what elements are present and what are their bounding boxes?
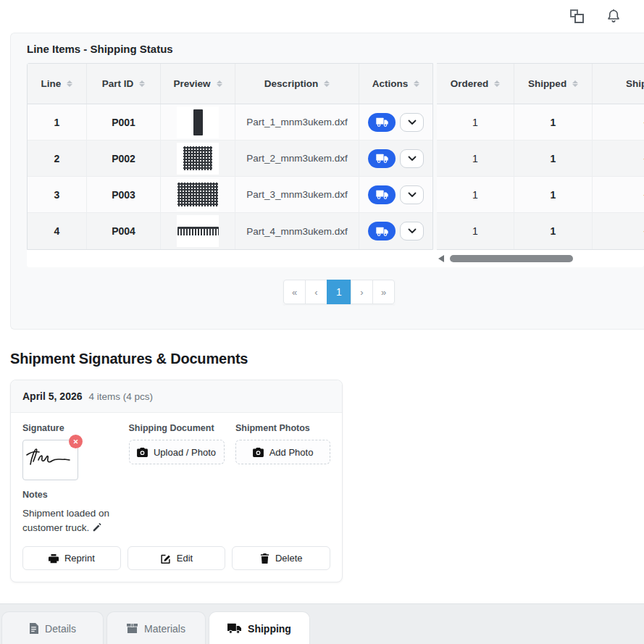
cell-part-id: P004 bbox=[87, 213, 161, 249]
cell-description: Part_2_mnm3ukem.dxf bbox=[235, 141, 359, 176]
cell-shipped: 1 bbox=[514, 104, 593, 140]
part-preview-shape bbox=[177, 227, 219, 235]
signature-image bbox=[23, 440, 78, 480]
part-preview-shape bbox=[193, 109, 203, 135]
signature-label: Signature bbox=[22, 423, 129, 433]
column-header-shipped-date[interactable]: Shipped bbox=[593, 64, 644, 104]
chevron-down-icon bbox=[408, 192, 417, 198]
sort-icon bbox=[414, 80, 419, 87]
sort-icon bbox=[67, 80, 72, 87]
ship-truck-button[interactable] bbox=[368, 222, 396, 241]
pencil-icon[interactable] bbox=[92, 522, 102, 532]
cell-line: 2 bbox=[28, 141, 87, 176]
cell-description: Part_4_mnm3ukem.dxf bbox=[235, 213, 359, 249]
cell-ordered: 1 bbox=[437, 104, 514, 140]
column-header-actions[interactable]: Actions bbox=[359, 64, 432, 104]
cell-actions bbox=[359, 177, 432, 212]
chevron-down-icon bbox=[408, 228, 417, 234]
cell-shipped-date: - bbox=[593, 141, 644, 176]
top-bar bbox=[0, 0, 644, 33]
signatures-heading: Shipment Signatures & Documents bbox=[10, 351, 644, 367]
part-preview-thumbnail[interactable] bbox=[177, 106, 219, 138]
table-row-scroll: 1 1 - bbox=[437, 213, 644, 249]
table-header-row: Line Part ID Preview Description Actions bbox=[28, 64, 432, 104]
edit-square-icon bbox=[160, 553, 171, 564]
trash-icon bbox=[260, 553, 269, 564]
table-header-row-scroll: Ordered Shipped Shipped bbox=[437, 64, 644, 104]
add-photo-button[interactable]: Add Photo bbox=[235, 440, 330, 464]
cell-shipped: 1 bbox=[514, 213, 593, 249]
shipment-photos-label: Shipment Photos bbox=[235, 423, 330, 433]
line-items-title: Line Items - Shipping Status bbox=[11, 33, 644, 63]
column-header-preview[interactable]: Preview bbox=[161, 64, 235, 104]
pagination-last-button[interactable]: » bbox=[372, 280, 395, 304]
column-header-ordered[interactable]: Ordered bbox=[437, 64, 514, 104]
cell-part-id: P001 bbox=[87, 104, 161, 140]
cell-shipped: 1 bbox=[514, 177, 593, 212]
scrollbar-thumb[interactable] bbox=[450, 255, 573, 262]
cell-description: Part_3_mnm3ukem.dxf bbox=[235, 177, 359, 212]
pagination-page-1-button[interactable]: 1 bbox=[327, 280, 351, 304]
notes-label: Notes bbox=[22, 490, 330, 500]
pagination-prev-button[interactable]: ‹ bbox=[305, 280, 327, 304]
table-row-scroll: 1 1 - bbox=[437, 104, 644, 141]
part-preview-thumbnail[interactable] bbox=[177, 179, 219, 211]
document-icon bbox=[29, 623, 38, 634]
column-header-part-id[interactable]: Part ID bbox=[87, 64, 161, 104]
row-dropdown-button[interactable] bbox=[400, 113, 424, 132]
printer-icon bbox=[49, 553, 59, 564]
tab-shipping[interactable]: Shipping bbox=[209, 611, 310, 644]
cell-shipped-date: - bbox=[593, 104, 644, 140]
shipment-summary: 4 items (4 pcs) bbox=[89, 391, 154, 402]
table-row-scroll: 1 1 - bbox=[437, 141, 644, 177]
camera-icon bbox=[253, 448, 264, 457]
box-icon bbox=[127, 623, 138, 633]
column-header-line[interactable]: Line bbox=[28, 64, 87, 104]
cell-actions bbox=[359, 104, 432, 140]
pagination-next-button[interactable]: › bbox=[351, 280, 373, 304]
cell-shipped-date: - bbox=[593, 177, 644, 212]
cell-description: Part_1_mnm3ukem.dxf bbox=[235, 104, 359, 140]
upload-photo-button[interactable]: Upload / Photo bbox=[129, 440, 225, 464]
signature-thumbnail[interactable]: ✕ bbox=[22, 440, 78, 480]
line-items-table: Line Part ID Preview Description Actions… bbox=[27, 63, 644, 250]
row-dropdown-button[interactable] bbox=[400, 185, 424, 204]
cell-line: 3 bbox=[28, 177, 87, 212]
column-header-shipped[interactable]: Shipped bbox=[514, 64, 593, 104]
ship-truck-button[interactable] bbox=[368, 185, 396, 204]
sort-icon bbox=[324, 80, 330, 87]
tab-materials[interactable]: Materials bbox=[106, 611, 206, 644]
shipment-date: April 5, 2026 bbox=[22, 390, 83, 402]
chevron-down-icon bbox=[408, 120, 417, 125]
tab-details[interactable]: Details bbox=[1, 611, 104, 644]
bell-icon[interactable] bbox=[606, 9, 621, 25]
column-header-description[interactable]: Description bbox=[235, 64, 359, 104]
table-row-scroll: 1 1 - bbox=[437, 177, 644, 213]
shipment-card: April 5, 2026 4 items (4 pcs) Signature … bbox=[10, 380, 343, 582]
ship-truck-button[interactable] bbox=[368, 113, 396, 132]
row-dropdown-button[interactable] bbox=[400, 222, 424, 241]
pagination: « ‹ 1 › » bbox=[22, 280, 644, 304]
row-dropdown-button[interactable] bbox=[400, 149, 424, 168]
scrollbar-left-arrow-icon[interactable] bbox=[438, 255, 444, 262]
bottom-tab-bar: Details Materials Shipping bbox=[0, 603, 644, 644]
x-circle-icon[interactable]: ✕ bbox=[69, 435, 83, 448]
part-preview-shape bbox=[183, 146, 212, 170]
table-fixed-pane: Line Part ID Preview Description Actions… bbox=[27, 63, 433, 250]
table-scroll-pane: Ordered Shipped Shipped 1 1 - 1 1 - 1 1 … bbox=[437, 63, 644, 250]
cell-actions bbox=[359, 141, 432, 176]
pagination-first-button[interactable]: « bbox=[283, 280, 306, 304]
edit-button[interactable]: Edit bbox=[127, 546, 226, 570]
clone-icon[interactable] bbox=[570, 9, 584, 23]
cell-ordered: 1 bbox=[437, 177, 514, 212]
ship-truck-button[interactable] bbox=[368, 149, 396, 168]
reprint-button[interactable]: Reprint bbox=[22, 546, 121, 570]
cell-line: 4 bbox=[28, 213, 87, 249]
part-preview-thumbnail[interactable] bbox=[177, 143, 219, 175]
delete-button[interactable]: Delete bbox=[232, 546, 330, 570]
part-preview-thumbnail[interactable] bbox=[177, 215, 219, 247]
cell-ordered: 1 bbox=[437, 141, 514, 176]
cell-preview bbox=[161, 213, 235, 249]
shipment-card-header: April 5, 2026 4 items (4 pcs) bbox=[11, 380, 342, 413]
cell-preview bbox=[161, 141, 235, 176]
